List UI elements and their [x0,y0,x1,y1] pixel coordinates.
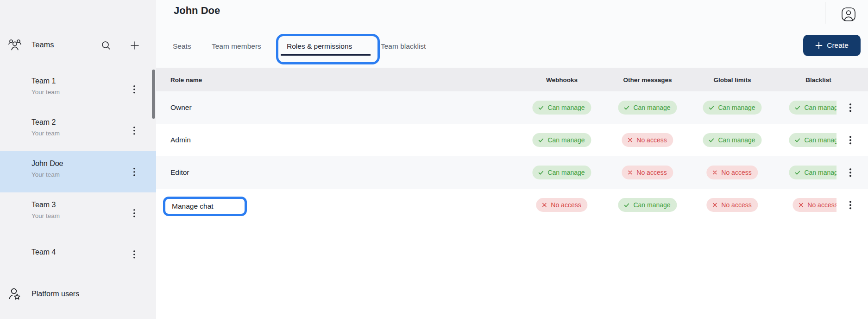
x-icon [627,170,633,175]
tab-team-members[interactable]: Team members [212,42,261,51]
team-name: Team 4 [31,248,156,256]
table-row: Admin Can manage No access Can manage Ca… [156,124,868,156]
team-name: Team 1 [31,77,156,85]
team-list-item[interactable]: Team 3 Your team [0,192,156,234]
permission-cell-clipped: No access [772,189,837,221]
permission-cell: Can manage [532,166,591,179]
create-button[interactable]: Create [803,35,861,56]
team-subtitle: Your team [31,212,156,219]
permission-badge-no-access[interactable]: No access [622,166,673,179]
sidebar-item-platform-users[interactable]: Platform users [0,283,156,305]
table-body: Owner Can manage Can manage Can manage C… [156,91,868,221]
table-row: Editor Can manage No access No access Ca… [156,156,868,189]
x-icon [712,170,717,175]
badge-label: Can manage [804,104,837,111]
check-icon [708,137,714,143]
team-name: John Doe [31,160,156,168]
header-divider [825,2,825,24]
permission-badge-no-access[interactable]: No access [622,133,673,147]
main-header-strip [156,0,868,68]
permission-cell: Can manage [532,101,591,115]
role-name-input[interactable] [165,202,245,211]
column-header-webhooks: Webhooks [546,76,578,83]
badge-label: No access [721,201,751,209]
platform-users-icon [7,287,22,301]
role-name-edit-highlight-ring [163,197,247,216]
check-icon [794,105,800,111]
permission-badge-no-access[interactable]: No access [706,198,758,212]
permission-badge-can-manage[interactable]: Can manage [618,101,677,115]
kebab-menu-icon[interactable] [132,125,137,137]
table-header-row: Role name Webhooks Other messages Global… [156,68,868,91]
permission-badge-can-manage[interactable]: Can manage [703,101,761,115]
kebab-menu-icon[interactable] [132,207,137,219]
check-icon [623,202,629,208]
badge-label: Can manage [547,104,585,111]
kebab-menu-icon[interactable] [132,83,137,96]
team-list-item[interactable]: John Doe Your team [0,151,156,192]
check-icon [538,170,544,176]
kebab-menu-icon[interactable] [132,249,137,261]
badge-label: No access [636,169,667,176]
role-name-cell: Editor [170,168,189,177]
team-list-item[interactable]: Team 4 [0,234,156,275]
profile-icon[interactable] [841,6,857,22]
permission-badge-no-access[interactable]: No access [536,198,587,212]
permission-cell: No access [622,133,673,147]
badge-label: No access [551,201,581,209]
add-team-plus-icon[interactable] [130,39,142,51]
permission-cell: No access [706,166,758,179]
permission-cell: Can manage [703,133,761,147]
sidebar-scrollbar[interactable] [152,70,155,119]
permission-badge-no-access[interactable]: No access [706,166,758,179]
check-icon [794,137,800,143]
row-kebab-menu-icon[interactable] [848,134,853,146]
team-subtitle: Your team [31,130,156,137]
badge-label: Can manage [718,136,755,144]
x-icon [798,202,804,208]
row-kebab-menu-icon[interactable] [848,166,853,179]
permission-badge-can-manage[interactable]: Can manage [532,133,591,147]
badge-label: Can manage [633,201,670,209]
active-tab-underline [281,54,371,56]
permission-cell: Can manage [618,101,677,115]
row-kebab-menu-icon[interactable] [848,102,853,114]
permission-badge-can-manage[interactable]: Can manage [618,198,677,212]
role-name-cell: Owner [170,103,192,112]
tab-seats[interactable]: Seats [173,42,191,51]
row-kebab-menu-icon[interactable] [848,199,853,211]
team-name: Team 3 [31,201,156,209]
kebab-menu-icon[interactable] [132,166,137,178]
search-icon[interactable] [101,39,113,51]
create-button-label: Create [827,41,849,50]
permission-cell: Can manage [618,198,677,212]
badge-label: Can manage [633,104,670,111]
x-icon [627,137,633,143]
permission-badge-can-manage[interactable]: Can manage [789,133,837,147]
role-name-cell: Admin [170,136,191,144]
tab-roles-permissions[interactable]: Roles & permissions [287,42,352,51]
permission-cell: No access [536,198,587,212]
badge-label: Can manage [547,169,585,176]
tab-team-blacklist[interactable]: Team blacklist [381,42,426,51]
permission-cell: No access [622,166,673,179]
x-icon [541,202,547,208]
permission-cell: Can manage [532,133,591,147]
permission-badge-can-manage[interactable]: Can manage [532,101,591,115]
check-icon [623,105,629,111]
permission-badge-no-access[interactable]: No access [793,198,837,212]
permission-badge-can-manage[interactable]: Can manage [789,166,837,179]
column-header-other-messages: Other messages [623,76,672,83]
sidebar-title: Teams [31,40,54,49]
app-window: Teams Team 1 Your team Team 2 Your team … [0,0,868,319]
permission-badge-can-manage[interactable]: Can manage [789,101,837,115]
permission-cell-clipped: Can manage [772,91,837,124]
check-icon [708,105,714,111]
check-icon [794,170,800,176]
permission-badge-can-manage[interactable]: Can manage [532,166,591,179]
badge-label: No access [636,136,667,144]
main-panel: John Doe Create Seats Team members Roles… [156,0,868,319]
team-list-item[interactable]: Team 2 Your team [0,110,156,151]
team-list-item[interactable]: Team 1 Your team [0,69,156,110]
permission-badge-can-manage[interactable]: Can manage [703,133,761,147]
